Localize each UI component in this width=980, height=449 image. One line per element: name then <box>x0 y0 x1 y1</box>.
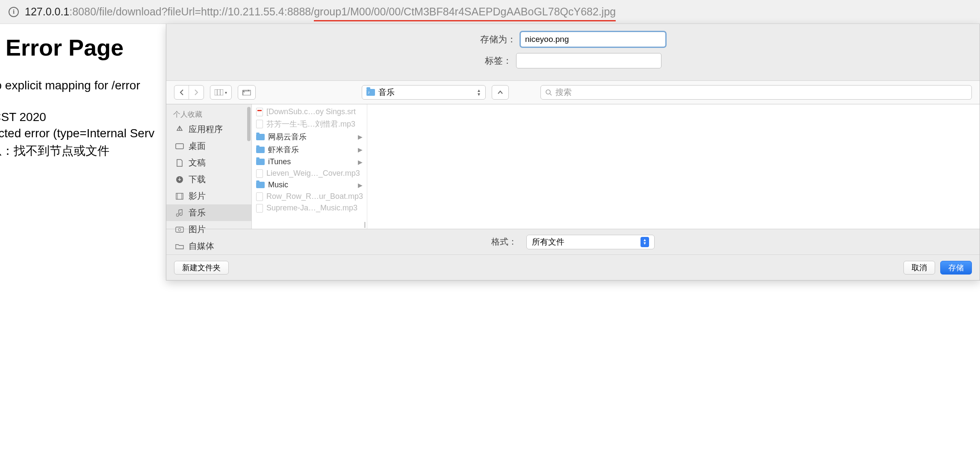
sidebar-item-music[interactable]: 音乐 <box>166 204 251 221</box>
apps-icon <box>175 126 184 133</box>
back-button[interactable] <box>174 86 189 99</box>
search-placeholder: 搜索 <box>555 87 572 98</box>
sidebar-item-downloads[interactable]: 下载 <box>166 171 251 188</box>
url-highlighted: group1/M00/00/00/CtM3BF84r4SAEPDgAABoGL7… <box>314 6 616 21</box>
downloads-icon <box>175 176 184 183</box>
info-icon[interactable]: i <box>9 7 19 17</box>
dialog-body: 个人收藏 应用程序 桌面 文稿 下载 影片 音乐 图片 自媒体 [DownSub… <box>166 104 980 229</box>
music-icon <box>175 209 184 217</box>
dropdown-stepper-icon: ▲▼ <box>641 237 649 247</box>
sidebar-item-label: 自媒体 <box>189 240 214 252</box>
sidebar-scrollbar[interactable] <box>247 107 251 141</box>
list-item[interactable]: Lieven_Weig…_Cover.mp3 <box>252 168 367 179</box>
location-dropdown[interactable]: ♪ 音乐 ▲▼ <box>362 85 486 100</box>
sidebar: 个人收藏 应用程序 桌面 文稿 下载 影片 音乐 图片 自媒体 <box>166 104 252 229</box>
svg-rect-11 <box>176 227 183 232</box>
svg-rect-0 <box>215 89 223 95</box>
view-mode-button[interactable]: ▾ <box>210 85 232 100</box>
list-item[interactable]: 芬芳一生-毛…刘惜君.mp3 <box>252 118 367 130</box>
sidebar-item-desktop[interactable]: 桌面 <box>166 138 251 154</box>
sidebar-item-movies[interactable]: 影片 <box>166 188 251 204</box>
chevron-right-icon: ▶ <box>358 146 363 153</box>
location-label: 音乐 <box>378 87 395 98</box>
save-dialog: 存储为： 标签： ▾ ♪ 音乐 ▲▼ 搜索 <box>166 24 980 281</box>
mp3-file-icon <box>256 120 263 128</box>
cancel-button[interactable]: 取消 <box>903 261 935 275</box>
column-resize-handle[interactable]: || <box>364 221 365 228</box>
sidebar-item-label: 音乐 <box>189 207 206 219</box>
dialog-top: 存储为： 标签： <box>166 24 980 80</box>
folder-icon <box>175 242 184 250</box>
save-as-label: 存储为： <box>480 33 516 45</box>
svg-rect-8 <box>176 193 183 199</box>
sidebar-item-label: 图片 <box>189 224 206 235</box>
sidebar-item-label: 下载 <box>189 174 206 185</box>
list-item[interactable]: 虾米音乐▶ <box>252 143 367 156</box>
list-item[interactable]: [DownSub.c…oy Sings.srt <box>252 106 367 118</box>
movies-icon <box>175 192 184 200</box>
svg-point-12 <box>178 228 181 231</box>
folder-icon <box>256 147 265 153</box>
folder-icon <box>256 159 265 165</box>
dialog-footer: 新建文件夹 取消 存储 <box>166 254 980 280</box>
address-bar: i 127.0.0.1:8080/file/download?fileUrl=h… <box>0 0 980 24</box>
chevron-down-icon: ▾ <box>225 90 227 95</box>
folder-icon <box>256 182 265 188</box>
sidebar-item-label: 影片 <box>189 190 206 202</box>
svg-point-4 <box>546 90 550 94</box>
list-item[interactable]: Supreme-Ja…_Music.mp3 <box>252 202 367 214</box>
list-item[interactable]: 网易云音乐▶ <box>252 130 367 143</box>
url-text[interactable]: 127.0.0.1:8080/file/download?fileUrl=htt… <box>25 6 616 18</box>
sidebar-item-label: 应用程序 <box>189 124 223 135</box>
list-item[interactable]: Music▶ <box>252 179 367 191</box>
nav-buttons <box>174 85 204 100</box>
arrange-button[interactable] <box>238 85 256 100</box>
column-2 <box>367 104 980 229</box>
format-dropdown[interactable]: 所有文件 ▲▼ <box>526 235 655 249</box>
mp3-file-icon <box>256 169 263 178</box>
save-button[interactable]: 存储 <box>940 261 972 275</box>
format-label: 格式： <box>491 236 517 248</box>
sidebar-section-favorites: 个人收藏 <box>166 108 251 121</box>
new-folder-button[interactable]: 新建文件夹 <box>174 261 229 275</box>
sidebar-item-folder[interactable]: 自媒体 <box>166 238 251 254</box>
tags-label: 标签： <box>485 55 512 67</box>
sidebar-item-label: 桌面 <box>189 140 206 152</box>
format-row: 格式： 所有文件 ▲▼ <box>166 229 980 254</box>
stepper-icon: ▲▼ <box>477 89 481 96</box>
dialog-toolbar: ▾ ♪ 音乐 ▲▼ 搜索 <box>166 80 980 104</box>
folder-icon <box>256 134 265 140</box>
documents-icon <box>175 159 184 167</box>
sidebar-item-label: 文稿 <box>189 157 206 168</box>
music-folder-icon: ♪ <box>366 89 375 96</box>
collapse-button[interactable] <box>492 85 509 100</box>
save-as-input[interactable] <box>520 32 666 47</box>
column-1: [DownSub.c…oy Sings.srt 芬芳一生-毛…刘惜君.mp3 网… <box>252 104 367 229</box>
forward-button[interactable] <box>189 86 204 99</box>
chevron-right-icon: ▶ <box>358 133 363 140</box>
format-value: 所有文件 <box>532 236 564 248</box>
sidebar-item-pictures[interactable]: 图片 <box>166 221 251 238</box>
list-item[interactable]: Row_Row_R…ur_Boat.mp3 <box>252 191 367 202</box>
svg-line-5 <box>550 94 552 95</box>
search-icon <box>545 89 552 96</box>
chevron-right-icon: ▶ <box>358 182 363 189</box>
mp3-file-icon <box>256 192 263 201</box>
srt-file-icon <box>256 108 263 116</box>
sidebar-item-documents[interactable]: 文稿 <box>166 154 251 171</box>
search-input[interactable]: 搜索 <box>540 85 972 100</box>
url-path: :8080/file/download?fileUrl=http://10.21… <box>69 6 314 18</box>
pictures-icon <box>175 226 184 233</box>
svg-rect-6 <box>176 144 183 149</box>
sidebar-item-apps[interactable]: 应用程序 <box>166 121 251 138</box>
chevron-right-icon: ▶ <box>358 159 363 165</box>
mp3-file-icon <box>256 204 263 213</box>
list-item[interactable]: iTunes▶ <box>252 156 367 168</box>
url-host: 127.0.0.1 <box>25 6 69 18</box>
tags-input[interactable] <box>516 53 661 68</box>
desktop-icon <box>175 142 184 150</box>
